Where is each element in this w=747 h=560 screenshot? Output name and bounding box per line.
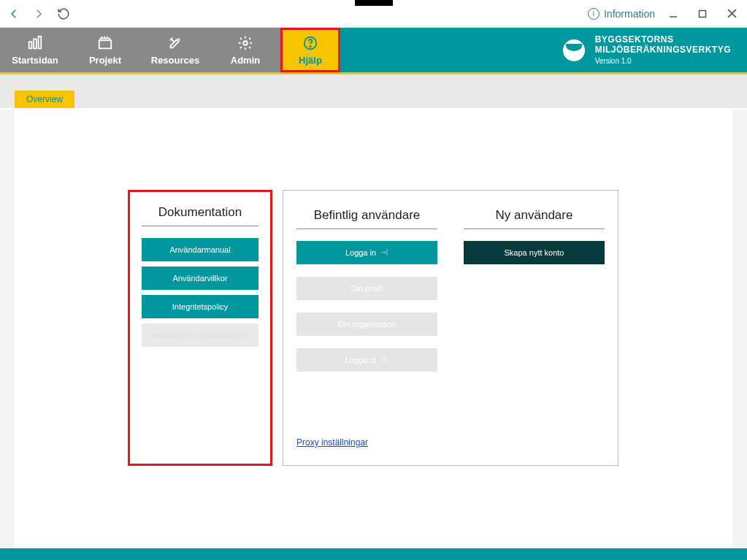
nav-label: Startsidan [12,55,58,66]
newuser-title: Ny användare [464,208,605,229]
nav-label: Projekt [89,55,121,66]
logout-label: Logga ut [345,356,377,364]
login-label: Logga in [345,248,376,257]
project-icon [97,34,113,52]
nav-label: Hjälp [299,55,322,66]
maximize-button[interactable] [692,4,713,23]
profile-button: Din profil [296,277,437,300]
minimize-button[interactable] [662,4,684,23]
nav-resources[interactable]: Resources [140,28,210,72]
nav-projekt[interactable]: Projekt [70,28,140,72]
svg-point-8 [243,41,248,45]
forward-button[interactable] [29,4,48,23]
title-bar-right: i Information [588,4,743,23]
main-content: Dokumentation Användarmanual Användarvil… [15,110,732,548]
logout-button: Logga ut [296,348,437,372]
info-icon: i [588,8,599,20]
brand-line1: BYGGSEKTORNS [595,35,731,45]
login-icon [380,248,388,258]
gear-icon [237,34,253,52]
brand-line2: MILJÖBERÄKNINGSVERKTYG [595,45,731,55]
panel-documentation: Dokumentation Användarmanual Användarvil… [128,190,272,466]
nav-label: Resources [151,55,199,66]
doc-title: Dokumentation [142,205,258,226]
power-icon [380,356,388,365]
doc-user-manual-button[interactable]: Användarmanual [142,238,258,261]
svg-rect-5 [34,39,37,49]
close-button[interactable] [721,4,743,23]
proxy-settings-link[interactable]: Proxy inställningar [296,437,437,448]
nav-admin[interactable]: Admin [210,28,280,72]
title-bar-left [4,4,73,23]
doc-admin-manual-button: Manual för administratörer [142,323,258,347]
nav-hjalp[interactable]: Hjälp [280,28,340,72]
doc-privacy-button[interactable]: Integritetspolicy [142,295,258,318]
top-nav: Startsidan Projekt Resources Admin Hjälp… [0,28,747,74]
col-new-user: Ny användare Skapa nytt konto [464,208,605,448]
help-icon [302,34,318,52]
create-account-button[interactable]: Skapa nytt konto [464,241,605,264]
brand-text: BYGGSEKTORNS MILJÖBERÄKNINGSVERKTYG Vers… [595,35,731,65]
information-link[interactable]: i Information [588,8,655,20]
svg-rect-4 [29,42,32,48]
back-button[interactable] [4,4,23,23]
bottom-strip [0,548,747,560]
window-drag-handle [355,0,393,6]
svg-rect-1 [700,10,706,17]
login-button[interactable]: Logga in [296,241,437,264]
nav-label: Admin [231,55,260,66]
brand-version: Version 1.0 [595,57,731,65]
svg-rect-7 [99,40,112,48]
organisation-button: Din organisation [296,312,437,336]
svg-point-10 [310,46,310,47]
existing-title: Befintlig användare [296,208,437,229]
panels-row: Dokumentation Användarmanual Användarvil… [128,190,618,466]
svg-rect-6 [39,37,42,49]
nav-startsidan[interactable]: Startsidan [0,28,70,72]
doc-terms-button[interactable]: Användarvillkor [142,266,258,290]
title-bar: i Information [0,0,747,28]
col-existing-user: Befintlig användare Logga in Din profil … [296,208,437,448]
tools-icon [167,34,183,52]
brand-block: BM BYGGSEKTORNS MILJÖBERÄKNINGSVERKTYG V… [563,28,747,72]
information-label: Information [604,8,655,20]
panel-users: Befintlig användare Logga in Din profil … [283,190,618,466]
brand-logo: BM [563,39,585,61]
refresh-button[interactable] [54,4,73,23]
home-icon [27,34,43,52]
sub-tab-bar: Overview [0,74,747,110]
tab-overview[interactable]: Overview [15,91,74,108]
